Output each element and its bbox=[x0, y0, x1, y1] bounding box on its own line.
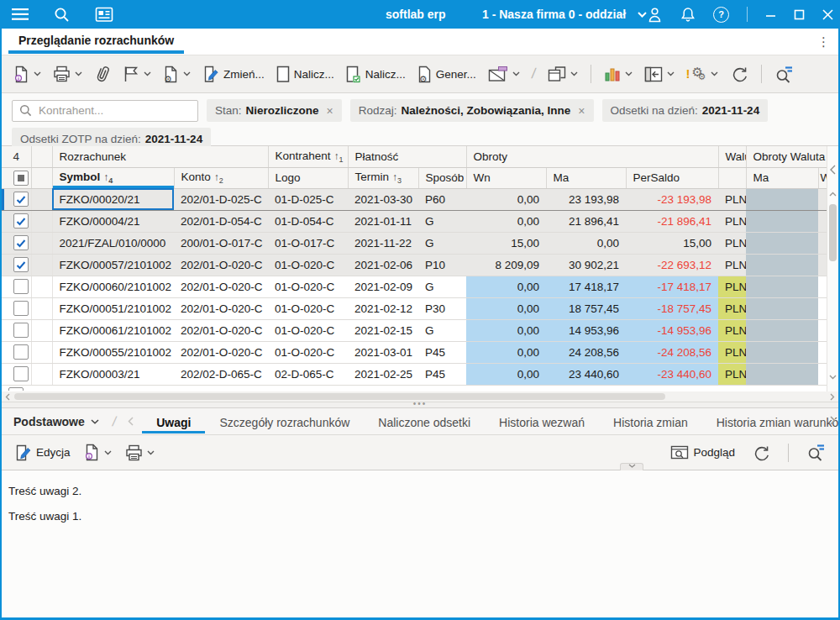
cell-persaldo[interactable]: -22 693,12 bbox=[626, 254, 718, 276]
cell-sposob[interactable]: P60 bbox=[418, 188, 466, 210]
column-header-termin[interactable]: Termin↑3 bbox=[348, 167, 418, 188]
cell-logo[interactable]: 02-D-065-C bbox=[268, 363, 348, 385]
cell-ma[interactable]: 18 757,45 bbox=[546, 297, 626, 319]
cell-persaldo[interactable]: 15,00 bbox=[626, 232, 718, 254]
print-button[interactable] bbox=[48, 61, 87, 87]
cell-logo[interactable]: 01-O-020-C bbox=[268, 254, 348, 276]
group-header-obroty-waluta[interactable]: Obroty Waluta bbox=[746, 146, 827, 167]
column-header-konto[interactable]: Konto↑2 bbox=[174, 167, 268, 188]
cell-termin[interactable]: 2021-02-12 bbox=[348, 297, 418, 319]
cell-obroty-waluta-wn[interactable] bbox=[818, 363, 827, 385]
column-header-wn[interactable]: Wn bbox=[466, 167, 546, 188]
tab-historia-zmian[interactable]: Historia zmian bbox=[599, 410, 702, 433]
cell-persaldo[interactable]: -17 418,17 bbox=[626, 276, 718, 297]
group-header-rozrachunek[interactable]: Rozrachunek bbox=[52, 146, 268, 167]
cell-logo[interactable]: 01-O-020-C bbox=[268, 276, 348, 297]
contractor-search-input[interactable] bbox=[37, 103, 191, 118]
edit-note-button[interactable]: Edycja bbox=[10, 440, 76, 465]
table-row[interactable]: FZKO/00055/2101002202/01-O-020-C01-O-020… bbox=[2, 341, 827, 363]
cell-wn[interactable]: 0,00 bbox=[466, 276, 546, 297]
maximize-button[interactable] bbox=[794, 9, 805, 20]
cell-obroty-waluta-ma[interactable] bbox=[746, 363, 818, 385]
cell-konto[interactable]: 202/01-O-020-C bbox=[174, 319, 268, 341]
cell-termin[interactable]: 2021-02-25 bbox=[348, 363, 418, 385]
cell-termin[interactable]: 2021-03-01 bbox=[348, 341, 418, 363]
search-icon[interactable] bbox=[54, 7, 70, 23]
row-checkbox[interactable] bbox=[13, 323, 29, 338]
collapse-panel-icon[interactable] bbox=[827, 165, 838, 175]
cell-obroty-waluta-ma[interactable] bbox=[746, 341, 818, 363]
scroll-right-icon[interactable] bbox=[827, 393, 838, 401]
new-document-info-button[interactable] bbox=[8, 61, 46, 87]
cell-persaldo[interactable]: -24 208,56 bbox=[626, 341, 718, 363]
cell-logo[interactable]: 01-O-017-C bbox=[268, 232, 348, 254]
select-all-checkbox[interactable] bbox=[13, 171, 29, 186]
row-checkbox[interactable] bbox=[13, 279, 29, 294]
table-row[interactable]: FZKO/00060/2101002202/01-O-020-C01-O-020… bbox=[2, 276, 827, 297]
bell-icon[interactable] bbox=[680, 7, 696, 23]
cell-sposob[interactable]: P30 bbox=[418, 297, 466, 319]
cell-logo[interactable]: 01-O-020-C bbox=[268, 319, 348, 341]
chip-close-icon[interactable]: × bbox=[327, 104, 333, 118]
attachment-button[interactable] bbox=[89, 60, 116, 87]
cell-waluta[interactable]: PLN bbox=[718, 341, 746, 363]
row-checkbox[interactable] bbox=[13, 213, 29, 229]
news-icon[interactable] bbox=[95, 7, 115, 23]
cell-persaldo[interactable]: -23 193,98 bbox=[626, 188, 718, 210]
group-header-waluta[interactable]: Waluta bbox=[718, 146, 746, 167]
generate-button[interactable]: ⚙ Gener... bbox=[412, 61, 481, 87]
cell-ma[interactable]: 24 208,56 bbox=[546, 341, 626, 363]
filter-chip-odsetki[interactable]: Odsetki na dzień:2021-11-24 bbox=[602, 99, 769, 122]
cell-wn[interactable]: 0,00 bbox=[466, 297, 546, 319]
cell-symbol[interactable]: FZKO/00003/21 bbox=[52, 363, 174, 385]
table-row[interactable]: 2021/FZAL/010/0000200/01-O-017-C01-O-017… bbox=[2, 232, 827, 254]
cell-logo[interactable]: 01-D-054-C bbox=[268, 210, 348, 232]
cell-obroty-waluta-wn[interactable] bbox=[818, 319, 827, 341]
column-header-persaldo[interactable]: PerSaldo bbox=[626, 167, 718, 188]
cell-termin[interactable]: 2021-02-15 bbox=[348, 319, 418, 341]
tab-uwagi[interactable]: Uwagi bbox=[142, 410, 205, 433]
tab-historia-zmian-warunkow[interactable]: Historia zmian warunków bbox=[702, 410, 838, 433]
cell-sposob[interactable]: G bbox=[418, 319, 466, 341]
refresh-notes-button[interactable] bbox=[747, 440, 775, 465]
tabs-scroll-left-icon[interactable] bbox=[128, 417, 134, 426]
cell-symbol[interactable]: FZKO/00020/21 bbox=[52, 188, 174, 210]
cell-konto[interactable]: 202/01-O-020-C bbox=[174, 341, 268, 363]
cell-obroty-waluta-wn[interactable] bbox=[818, 188, 827, 210]
vertical-scroll-thumb[interactable] bbox=[829, 204, 837, 261]
row-checkbox-cell[interactable] bbox=[2, 276, 31, 297]
cell-symbol[interactable]: FZKO/00051/2101002 bbox=[52, 297, 174, 319]
cell-konto[interactable]: 202/01-O-020-C bbox=[174, 276, 268, 297]
scroll-left-icon[interactable] bbox=[2, 393, 13, 401]
tab-przegladanie-rozrachunkow[interactable]: Przeglądanie rozrachunków bbox=[8, 29, 184, 54]
row-checkbox-cell[interactable] bbox=[2, 254, 31, 276]
cell-symbol[interactable]: FZKO/00060/2101002 bbox=[52, 276, 174, 297]
cell-waluta[interactable]: PLN bbox=[718, 276, 746, 297]
panel-layout-button[interactable] bbox=[639, 62, 680, 87]
cell-obroty-waluta-wn[interactable] bbox=[818, 341, 827, 363]
cell-ma[interactable]: 0,00 bbox=[546, 232, 626, 254]
column-header-ma[interactable]: Ma bbox=[546, 167, 626, 188]
cell-waluta[interactable]: PLN bbox=[718, 232, 746, 254]
cell-termin[interactable]: 2021-11-22 bbox=[348, 232, 418, 254]
contractor-search-box[interactable] bbox=[12, 100, 198, 122]
chart-button[interactable] bbox=[599, 61, 638, 87]
cell-obroty-waluta-ma[interactable] bbox=[746, 319, 818, 341]
cell-waluta[interactable]: PLN bbox=[718, 188, 746, 210]
cell-obroty-waluta-ma[interactable] bbox=[746, 254, 818, 276]
search-notes-button[interactable] bbox=[801, 439, 830, 465]
chip-close-icon[interactable]: × bbox=[578, 104, 585, 118]
table-row[interactable]: FZKO/00004/21202/01-D-054-C01-D-054-C202… bbox=[2, 210, 827, 232]
table-row[interactable]: FZKO/00051/2101002202/01-O-020-C01-O-020… bbox=[2, 297, 827, 319]
cell-sposob[interactable]: G bbox=[418, 276, 466, 297]
close-button[interactable] bbox=[822, 9, 833, 20]
row-checkbox[interactable] bbox=[13, 301, 29, 316]
minimize-button[interactable] bbox=[765, 9, 776, 20]
cell-obroty-waluta-ma[interactable] bbox=[746, 210, 818, 232]
company-selector[interactable]: 1 - Nasza firma 0 - oddział bbox=[482, 8, 647, 21]
cell-termin[interactable]: 2021-02-06 bbox=[348, 254, 418, 276]
row-checkbox-cell[interactable] bbox=[2, 319, 31, 341]
cell-waluta[interactable]: PLN bbox=[718, 210, 746, 232]
cell-symbol[interactable]: 2021/FZAL/010/0000 bbox=[52, 232, 174, 254]
row-checkbox-cell[interactable] bbox=[2, 341, 31, 363]
